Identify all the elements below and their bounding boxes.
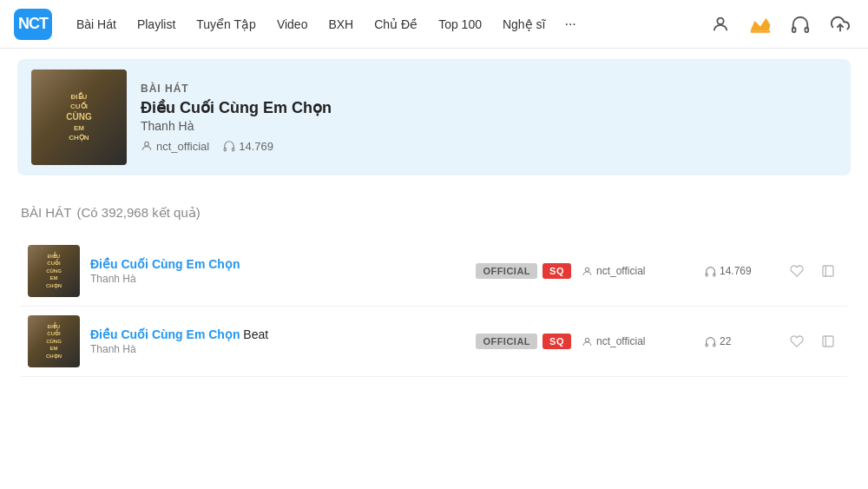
like-button-2[interactable] — [785, 329, 809, 354]
like-button-1[interactable] — [785, 259, 809, 283]
featured-label: BÀI HÁT — [141, 83, 332, 95]
svg-rect-17 — [823, 336, 833, 347]
song-info-2: Điều Cuối Cùng Em Chọn Beat Thanh Hà — [90, 327, 448, 355]
badge-official-1: OFFICIAL — [476, 263, 537, 279]
svg-rect-15 — [706, 343, 707, 346]
song-actions-2 — [785, 329, 840, 354]
nav-bai-hat[interactable]: Bài Hát — [68, 12, 125, 36]
svg-rect-16 — [713, 343, 715, 346]
headphone-icon[interactable] — [786, 10, 814, 38]
badge-sq-1: SQ — [542, 263, 571, 279]
section-title: BÀI HÁT (Có 392,968 kết quả) — [21, 200, 847, 222]
svg-rect-2 — [751, 30, 771, 32]
uploader-icon-1 — [582, 266, 593, 277]
svg-rect-4 — [806, 27, 809, 31]
logo[interactable]: NCT — [14, 9, 52, 40]
crown-icon[interactable] — [746, 10, 774, 38]
main-content: BÀI HÁT (Có 392,968 kết quả) ĐIỀUCUỐICÙN… — [0, 186, 868, 391]
upload-cloud-icon[interactable] — [826, 10, 854, 38]
svg-marker-1 — [751, 17, 771, 30]
song-plays-1: 14.769 — [705, 265, 774, 277]
svg-rect-3 — [792, 27, 796, 31]
nav-nghe-si[interactable]: Nghệ sĩ — [494, 12, 554, 36]
featured-plays: 14.769 — [223, 140, 273, 153]
song-title-2[interactable]: Điều Cuối Cùng Em Chọn Beat — [90, 327, 448, 341]
featured-banner: ĐIỀUCUỐICÙNGEMCHỌN BÀI HÁT Điều Cuối Cùn… — [17, 59, 851, 175]
featured-meta: nct_official 14.769 — [141, 140, 332, 153]
svg-rect-8 — [233, 148, 234, 151]
svg-rect-12 — [823, 266, 833, 276]
badge-official-2: OFFICIAL — [476, 334, 537, 349]
nav-playlist[interactable]: Playlist — [128, 12, 184, 36]
uploader-icon — [141, 140, 153, 152]
featured-title: Điều Cuối Cùng Em Chọn — [141, 98, 332, 117]
plays-icon-2 — [705, 336, 716, 347]
badge-sq-2: SQ — [542, 334, 571, 349]
nav-more[interactable]: ··· — [557, 11, 582, 37]
song-badges-1: OFFICIAL SQ — [476, 263, 571, 279]
svg-point-9 — [585, 268, 589, 271]
song-title-1[interactable]: Điều Cuối Cùng Em Chọn — [90, 257, 448, 271]
header: NCT Bài Hát Playlist Tuyển Tập Video BXH… — [0, 0, 868, 49]
song-uploader-2: nct_official — [582, 335, 694, 347]
nav-tuyen-tap[interactable]: Tuyển Tập — [187, 12, 265, 36]
svg-rect-7 — [224, 148, 226, 151]
nav-chu-de[interactable]: Chủ Đề — [365, 12, 426, 36]
song-artist-1: Thanh Hà — [90, 273, 448, 285]
song-thumbnail-2[interactable]: ĐIỀUCUỐICÙNGEMCHỌN — [28, 315, 80, 367]
plays-icon-1 — [705, 266, 716, 277]
song-thumbnail-1[interactable]: ĐIỀUCUỐICÙNGEMCHỌN — [28, 245, 80, 297]
svg-point-6 — [145, 142, 149, 146]
song-badges-2: OFFICIAL SQ — [476, 334, 571, 349]
main-nav: Bài Hát Playlist Tuyển Tập Video BXH Chủ… — [68, 11, 707, 37]
featured-artist: Thanh Hà — [141, 119, 332, 133]
svg-rect-10 — [706, 273, 707, 275]
uploader-icon-2 — [582, 336, 593, 347]
more-options-button-2[interactable] — [816, 329, 840, 354]
more-options-button-1[interactable] — [816, 259, 840, 283]
featured-uploader: nct_official — [141, 140, 209, 153]
song-list: ĐIỀUCUỐICÙNGEMCHỌN Điều Cuối Cùng Em Chọ… — [21, 236, 847, 377]
song-uploader-1: nct_official — [582, 265, 694, 277]
song-actions-1 — [785, 259, 840, 283]
nav-top100[interactable]: Top 100 — [430, 12, 490, 36]
song-artist-2: Thanh Hà — [90, 343, 448, 355]
featured-play-count: 14.769 — [239, 140, 273, 153]
nav-video[interactable]: Video — [268, 12, 317, 36]
table-row: ĐIỀUCUỐICÙNGEMCHỌN Điều Cuối Cùng Em Chọ… — [21, 307, 847, 377]
header-icons — [707, 10, 854, 38]
song-plays-2: 22 — [705, 335, 774, 347]
featured-uploader-name: nct_official — [156, 140, 209, 153]
headphone-small-icon — [223, 140, 235, 152]
nav-bxh[interactable]: BXH — [319, 12, 362, 36]
svg-rect-11 — [713, 273, 715, 275]
result-count: (Có 392,968 kết quả) — [76, 205, 200, 220]
featured-image[interactable]: ĐIỀUCUỐICÙNGEMCHỌN — [31, 69, 127, 165]
svg-point-0 — [717, 17, 723, 23]
user-icon[interactable] — [707, 10, 734, 38]
logo-text: NCT — [18, 15, 48, 33]
svg-point-14 — [585, 338, 589, 341]
song-info-1: Điều Cuối Cùng Em Chọn Thanh Hà — [90, 257, 448, 285]
table-row: ĐIỀUCUỐICÙNGEMCHỌN Điều Cuối Cùng Em Chọ… — [21, 236, 847, 307]
featured-info: BÀI HÁT Điều Cuối Cùng Em Chọn Thanh Hà … — [141, 83, 332, 153]
